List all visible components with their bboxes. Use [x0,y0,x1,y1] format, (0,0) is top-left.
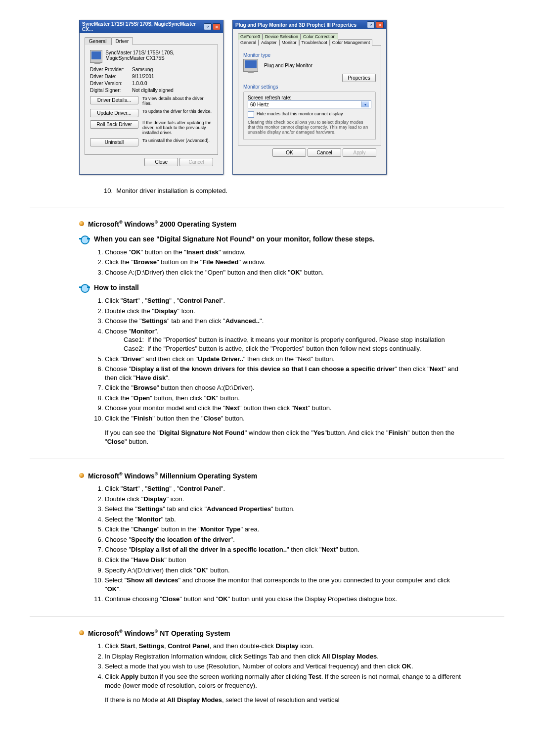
tab-color-correction[interactable]: Color Correction [301,33,338,40]
tab-monitor[interactable]: Monitor [279,39,299,46]
dialog-title-right: Plug and Play Monitor and 3D Prophet III… [235,22,356,28]
list-item: Select the "Monitor" tab. [105,515,465,524]
version-value: 1.0.0.0 [132,81,147,86]
nt-note: If there is no Mode at All Display Modes… [105,696,465,705]
close-icon[interactable]: × [213,23,221,30]
date-value: 9/11/2001 [132,74,154,79]
list-item: Choose "Monitor". Case1:If the "Properti… [105,327,465,353]
list-item: In Display Registration Information wind… [105,652,465,661]
list-item: Select the "Settings" tab and click "Adv… [105,505,465,514]
display-properties-dialog: Plug and Play Monitor and 3D Prophet III… [232,20,387,175]
driver-details-text: To view details about the driver files. [142,96,213,106]
tab-driver[interactable]: Driver [111,37,134,45]
tab-geforce[interactable]: GeForce3 [238,33,263,40]
cancel-button: Cancel [179,158,213,166]
version-label: Driver Version: [90,81,132,86]
case1-text: If the "Properties" button is inactive, … [147,335,445,344]
hide-modes-note: Clearing this check box allows you to se… [248,120,371,135]
section-title: Microsoft® Windows® Millennium Operating… [88,472,257,480]
list-item: Choose "OK" button on the "Insert disk" … [105,248,465,257]
list-item: Click the "Browse" button then choose A:… [105,383,465,392]
device-name: SyncMaster 171S/ 175S/ 170S, MagicSyncMa… [105,50,213,61]
list-item: Click the "Browse" button on the "File N… [105,258,465,267]
help-button[interactable]: ? [367,21,375,28]
list-item: Click Apply button if you see the screen… [105,672,465,690]
hide-modes-checkbox[interactable] [248,111,254,118]
list-item: Click the "Finish" button then the "Clos… [105,414,465,423]
monitor-type-label: Monitor type [243,52,376,58]
close-icon[interactable]: × [376,21,384,28]
tab-general-r[interactable]: General [238,39,259,46]
list-item: Double click "Display" icon. [105,495,465,504]
bullet-icon [79,630,84,635]
tab-adapter[interactable]: Adapter [259,39,279,46]
update-driver-button[interactable]: Update Driver... [90,109,138,117]
ok-button[interactable]: OK [272,148,306,157]
close-button[interactable]: Close [144,158,178,166]
separator [30,459,504,459]
list-item: Choose "Display a list of the known driv… [105,365,465,382]
refresh-rate-select[interactable]: 60 Hertz ▼ [248,100,371,108]
dialog-titlebar-right: Plug and Play Monitor and 3D Prophet III… [233,20,386,29]
list-item: Choose the "Settings" tab and then click… [105,317,465,326]
list-item: Click Start, Settings, Control Panel, an… [105,642,465,651]
list-item: Choose "Specify the location of the driv… [105,535,465,544]
refresh-rate-label: Screen refresh rate: [248,95,371,100]
bullet-icon [79,473,84,478]
list-item: Click the "Have Disk" button [105,556,465,565]
install-steps-me: Click "Start" , "Setting" , "Control Pan… [95,484,465,604]
list-item: Continue choosing "Close" button and "OK… [105,595,465,604]
monitor-icon [90,50,102,63]
tab-troubleshoot[interactable]: Troubleshoot [299,39,330,46]
list-item: Click the "Change" button in the "Monito… [105,525,465,534]
section-windows-2000: Microsoft® Windows® 2000 Operating Syste… [30,220,504,446]
list-item: Specify A:\(D:\driver) then click "OK" b… [105,566,465,575]
cancel-button-r[interactable]: Cancel [308,148,341,157]
uninstall-text: To uninstall the driver (Advanced). [142,138,213,143]
signer-label: Digital Signer: [90,88,132,93]
list-item: Select "Show all devices" and choose the… [105,576,465,593]
tab-device-selection[interactable]: Device Selection [263,33,301,40]
separator [30,207,504,207]
driver-details-button[interactable]: Driver Details... [90,96,138,104]
case2-text: If the "Properties" button is active, cl… [147,344,421,353]
tab-general[interactable]: General [85,37,111,45]
case2-label: Case2: [124,344,147,353]
rollback-driver-text: If the device fails after updating the d… [142,120,213,135]
screenshots-row: SyncMaster 171S/ 175S/ 170S, MagicSyncMa… [30,20,504,175]
section-title: Microsoft® Windows® NT Operating System [88,629,230,637]
subsection-title: How to install [94,284,139,291]
properties-button[interactable]: Properties [342,74,376,82]
separator [30,616,504,616]
list-item: Click "Driver" and then click on "Update… [105,355,465,364]
dialog-titlebar: SyncMaster 171S/ 175S/ 170S, MagicSyncMa… [80,20,223,33]
apply-button: Apply [343,148,376,157]
install-steps-nt: Click Start, Settings, Control Panel, an… [95,642,465,690]
install-steps-2000: Click "Start" , "Setting" , "Control Pan… [95,296,465,423]
list-item: Double click the "Display" Icon. [105,307,465,316]
case1-label: Case1: [124,335,147,344]
bullet-icon [79,221,84,226]
monitor-icon [243,59,258,72]
subsection-title: When you can see "Digital Signature Not … [94,235,375,243]
tab-color-mgmt[interactable]: Color Management [330,39,373,46]
section-windows-me: Microsoft® Windows® Millennium Operating… [30,472,504,604]
provider-value: Samsung [132,67,153,72]
after-note: If you can see the "Digital Signature No… [105,428,465,446]
driver-properties-dialog: SyncMaster 171S/ 175S/ 170S, MagicSyncMa… [79,20,223,175]
step-icon [79,235,90,243]
monitor-name: Plug and Play Monitor [264,63,376,68]
list-item: Choose your monitor model and click the … [105,404,465,413]
list-item: Choose A:(D:\Driver) then click the "Ope… [105,268,465,277]
monitor-settings-label: Monitor settings [243,84,376,90]
help-button[interactable]: ? [204,23,212,30]
chevron-down-icon[interactable]: ▼ [361,101,369,107]
sig-not-found-steps: Choose "OK" button on the "Insert disk" … [95,248,465,277]
step-10: 10. Monitor driver installation is compl… [104,187,465,194]
uninstall-button[interactable]: Uninstall [90,138,138,146]
refresh-rate-value: 60 Hertz [250,102,269,107]
rollback-driver-button[interactable]: Roll Back Driver [90,120,138,129]
list-item: Choose "Display a list of all the driver… [105,545,465,554]
date-label: Driver Date: [90,74,132,79]
list-item: Select a mode that you wish to use (Reso… [105,662,465,671]
